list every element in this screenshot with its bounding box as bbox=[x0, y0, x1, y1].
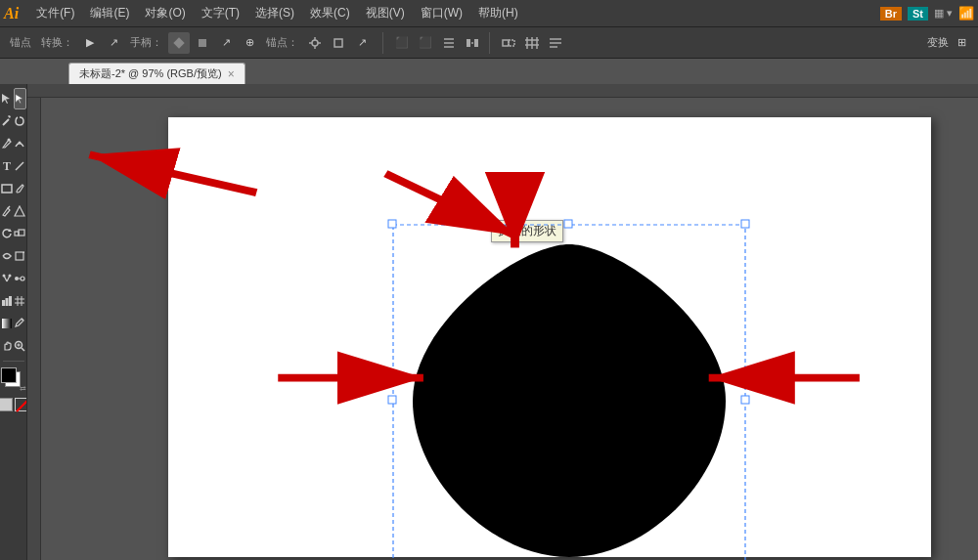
menu-select[interactable]: 选择(S) bbox=[247, 0, 302, 26]
svg-line-53 bbox=[22, 348, 24, 351]
menu-file[interactable]: 文件(F) bbox=[28, 0, 82, 26]
toolbar-distribute[interactable] bbox=[462, 32, 483, 54]
svg-point-26 bbox=[8, 139, 11, 142]
svg-marker-23 bbox=[15, 94, 22, 103]
toolbar-anchor-btn3[interactable]: ↗ bbox=[351, 32, 373, 54]
toolbar-align-left[interactable]: ⬛ bbox=[391, 32, 413, 54]
tool-pair-symbol bbox=[1, 268, 26, 289]
lasso-tool[interactable] bbox=[14, 110, 26, 132]
toolbar-handle-btn4[interactable]: ⊕ bbox=[239, 32, 260, 54]
document-tab[interactable]: 未标题-2* @ 97% (RGB/预览) × bbox=[68, 63, 245, 84]
foreground-color-swatch[interactable] bbox=[1, 367, 17, 383]
toolbar-transform-label: 转换： bbox=[37, 35, 77, 50]
direct-selection-tool[interactable] bbox=[14, 88, 26, 109]
stroke-none-box[interactable] bbox=[15, 398, 28, 411]
toolbar-handle-square[interactable] bbox=[192, 32, 213, 54]
scale-tool[interactable] bbox=[14, 223, 26, 244]
svg-line-28 bbox=[16, 162, 23, 170]
toolbar-pathfinder-icon[interactable] bbox=[521, 32, 543, 54]
canvas-area[interactable]: 扩展的形状 bbox=[41, 98, 978, 560]
svg-rect-61 bbox=[741, 220, 749, 228]
menu-window[interactable]: 窗口(W) bbox=[413, 0, 470, 26]
blend-tool[interactable] bbox=[14, 268, 26, 289]
rectangle-tool[interactable] bbox=[1, 178, 14, 199]
toolbar-handle-btn1[interactable] bbox=[168, 32, 190, 54]
svg-line-24 bbox=[3, 119, 9, 125]
menu-help[interactable]: 帮助(H) bbox=[470, 0, 526, 26]
puppet-warp-tool[interactable] bbox=[1, 268, 14, 289]
eyedropper-tool[interactable] bbox=[14, 313, 26, 334]
fill-none-box[interactable] bbox=[0, 398, 13, 411]
rotate-tool[interactable] bbox=[1, 223, 14, 244]
column-graph-tool[interactable] bbox=[1, 290, 14, 312]
type-tool[interactable]: T bbox=[1, 155, 14, 177]
svg-rect-9 bbox=[467, 39, 470, 47]
left-toolbar: T bbox=[0, 84, 27, 560]
horizontal-ruler bbox=[27, 84, 978, 98]
magic-wand-tool[interactable] bbox=[1, 110, 14, 132]
app-logo: Ai bbox=[4, 5, 19, 22]
svg-rect-29 bbox=[2, 185, 12, 193]
menu-effect[interactable]: 效果(C) bbox=[302, 0, 358, 26]
toolbar-selection-arrow[interactable]: ▶ bbox=[79, 32, 101, 54]
svg-rect-45 bbox=[9, 296, 12, 306]
toolbar-handle-btn3[interactable]: ↗ bbox=[215, 32, 237, 54]
toolbar-anchor-label2: 锚点： bbox=[262, 35, 302, 50]
tool-pair-pencil bbox=[1, 200, 26, 222]
gradient-tool[interactable] bbox=[1, 313, 14, 334]
toolbar-corner-btn[interactable]: ↗ bbox=[103, 32, 124, 54]
toolbar-more-icon[interactable] bbox=[545, 32, 566, 54]
tool-pair-column bbox=[1, 290, 26, 312]
tool-pair-type: T bbox=[1, 155, 26, 177]
svg-rect-66 bbox=[388, 396, 396, 404]
workspace-selector[interactable]: ▦ ▾ bbox=[934, 7, 953, 20]
tool-pair-gradient bbox=[1, 313, 26, 334]
toolbar-grid-icon[interactable]: ⊞ bbox=[951, 32, 972, 54]
color-swatch-area: ⇄ bbox=[1, 367, 26, 393]
free-transform-tool[interactable] bbox=[14, 245, 26, 267]
toolbar-transform-icon[interactable] bbox=[498, 32, 519, 54]
warp-tool[interactable] bbox=[1, 245, 14, 267]
tab-bar: « 未标题-2* @ 97% (RGB/预览) × bbox=[0, 59, 978, 84]
svg-line-39 bbox=[7, 276, 10, 281]
artboard: 扩展的形状 bbox=[168, 117, 931, 557]
tool-pair-selection bbox=[1, 88, 26, 109]
zoom-tool[interactable] bbox=[14, 335, 26, 357]
toolbar-anchor-btn1[interactable] bbox=[304, 32, 326, 54]
svg-line-38 bbox=[4, 276, 7, 281]
menu-view[interactable]: 视图(V) bbox=[358, 0, 413, 26]
tab-close-btn[interactable]: × bbox=[228, 68, 235, 80]
toolbar: 锚点 转换： ▶ ↗ 手柄： ↗ ⊕ 锚点： ↗ ⬛ ⬛ bbox=[0, 27, 978, 59]
toolbar-align-center[interactable]: ⬛ bbox=[415, 32, 436, 54]
svg-rect-32 bbox=[15, 232, 19, 236]
svg-rect-43 bbox=[2, 300, 5, 306]
mesh-tool[interactable] bbox=[14, 290, 26, 312]
svg-rect-60 bbox=[388, 220, 396, 228]
swap-colors-icon[interactable]: ⇄ bbox=[20, 384, 26, 393]
tool-pair-warp bbox=[1, 245, 26, 267]
bridge-icon: Br bbox=[880, 7, 902, 21]
curvature-tool[interactable] bbox=[14, 133, 26, 154]
hand-tool[interactable] bbox=[1, 335, 14, 357]
selection-tool[interactable] bbox=[1, 88, 14, 109]
toolbar-anchor-btn2[interactable] bbox=[328, 32, 349, 54]
toolbar-align-right[interactable] bbox=[438, 32, 460, 54]
pencil-tool[interactable] bbox=[1, 200, 14, 222]
svg-rect-50 bbox=[2, 319, 12, 328]
svg-rect-44 bbox=[6, 298, 9, 306]
vertical-ruler bbox=[27, 98, 41, 560]
line-tool[interactable] bbox=[14, 155, 26, 177]
svg-rect-33 bbox=[19, 230, 24, 236]
paintbrush-tool[interactable] bbox=[14, 178, 26, 199]
menu-edit[interactable]: 编辑(E) bbox=[82, 0, 137, 26]
tool-pair-magic bbox=[1, 110, 26, 132]
svg-point-0 bbox=[312, 40, 318, 46]
toolbar-expand-icon[interactable]: 变换 bbox=[927, 32, 949, 54]
menu-type[interactable]: 文字(T) bbox=[194, 0, 247, 26]
svg-rect-58 bbox=[27, 98, 41, 560]
pen-tool[interactable] bbox=[1, 133, 14, 154]
menu-object[interactable]: 对象(O) bbox=[137, 0, 193, 26]
svg-line-51 bbox=[22, 319, 23, 321]
shaper-tool[interactable] bbox=[14, 200, 26, 222]
svg-point-41 bbox=[21, 277, 24, 280]
